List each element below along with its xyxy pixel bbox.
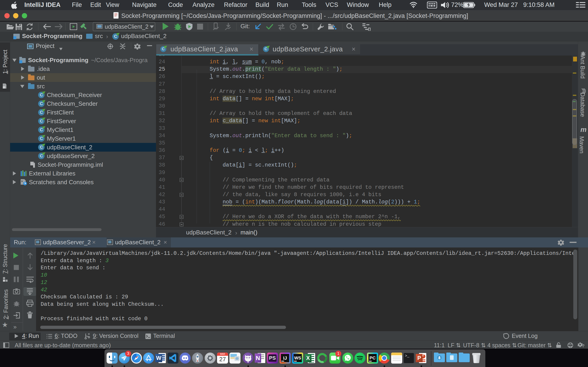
svg-text:?: ? — [582, 344, 584, 348]
